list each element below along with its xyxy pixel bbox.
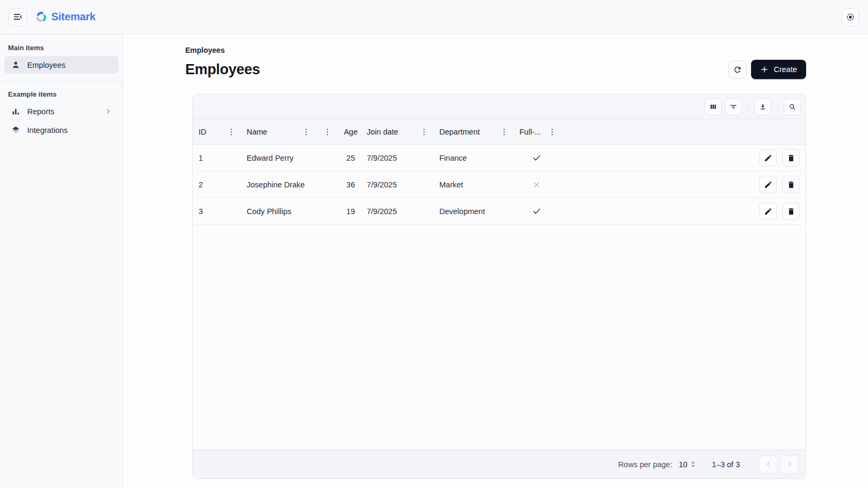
- theme-toggle-button[interactable]: [841, 8, 859, 26]
- cell-join-date: 7/9/2025: [361, 145, 433, 171]
- delete-button[interactable]: [782, 176, 800, 193]
- column-label: ID: [199, 128, 207, 136]
- sidebar-section-title: Example items: [8, 90, 123, 98]
- column-menu-icon[interactable]: ⋮: [225, 127, 238, 137]
- previous-page-button[interactable]: [759, 455, 777, 474]
- grid-empty-area: [193, 225, 806, 450]
- column-label: Department: [439, 128, 480, 136]
- menu-open-icon: [13, 12, 23, 22]
- cell-full-time: [514, 198, 562, 224]
- cell-name: Cody Phillips: [241, 198, 315, 224]
- next-page-button[interactable]: [780, 455, 799, 474]
- columns-button[interactable]: [705, 98, 722, 115]
- column-header-age[interactable]: ⋮ Age: [315, 119, 361, 144]
- cell-department: Finance: [433, 145, 514, 171]
- rows-per-page-value: 10: [678, 460, 687, 469]
- column-header-actions: [796, 119, 806, 144]
- sidebar-item-reports[interactable]: Reports: [4, 103, 119, 120]
- sun-icon: [846, 12, 855, 22]
- columns-icon: [709, 103, 717, 111]
- sidebar-item-employees[interactable]: Employees: [4, 56, 119, 74]
- edit-button[interactable]: [759, 176, 777, 193]
- cell-actions: [753, 198, 806, 224]
- close-icon: [532, 180, 541, 190]
- search-button[interactable]: [784, 98, 801, 115]
- column-header-full-time[interactable]: Full-... ⋮: [514, 119, 562, 144]
- create-button-label: Create: [774, 65, 797, 74]
- cell-name: Edward Perry: [241, 145, 315, 171]
- column-label: Age: [344, 128, 358, 136]
- cell-age: 19: [315, 198, 361, 224]
- table-row: 1 Edward Perry 25 7/9/2025 Finance: [193, 145, 806, 171]
- cell-full-time: [514, 145, 562, 171]
- export-button[interactable]: [754, 98, 771, 115]
- delete-button[interactable]: [782, 149, 800, 167]
- sidebar-item-integrations[interactable]: Integrations: [4, 121, 119, 139]
- column-menu-icon[interactable]: ⋮: [300, 127, 312, 137]
- search-icon: [788, 103, 796, 111]
- column-label: Join date: [367, 128, 398, 136]
- unfold-more-icon: [689, 460, 697, 468]
- refresh-button[interactable]: [728, 60, 746, 78]
- pagination-range: 1–3 of 3: [712, 460, 740, 469]
- toolbar-divider: [777, 102, 778, 112]
- menu-toggle-button[interactable]: [9, 8, 27, 26]
- rows-per-page-select[interactable]: 10: [678, 460, 697, 469]
- column-header-department[interactable]: Department ⋮: [433, 119, 514, 144]
- pencil-icon: [764, 180, 772, 189]
- column-header-id[interactable]: ID ⋮: [193, 119, 241, 144]
- table-row: 2 Josephine Drake 36 7/9/2025 Market: [193, 171, 806, 198]
- trash-icon: [787, 154, 795, 162]
- column-header-join-date[interactable]: Join date ⋮: [361, 119, 433, 144]
- column-header-name[interactable]: Name ⋮: [241, 119, 315, 144]
- chevron-right-icon: [786, 460, 794, 468]
- topbar: Sitemark: [0, 0, 868, 34]
- grid-footer: Rows per page: 10 1–3 of 3: [193, 450, 806, 478]
- cell-id: 1: [193, 145, 241, 171]
- trash-icon: [787, 207, 795, 216]
- grid-rows: 1 Edward Perry 25 7/9/2025 Finance: [193, 145, 806, 225]
- pencil-icon: [764, 207, 772, 216]
- sidebar-item-label: Integrations: [27, 126, 68, 135]
- cell-id: 3: [193, 198, 241, 224]
- person-icon: [11, 60, 21, 70]
- column-menu-icon[interactable]: ⋮: [418, 127, 430, 137]
- column-menu-icon[interactable]: ⋮: [321, 127, 334, 137]
- check-icon: [532, 206, 542, 216]
- cell-spacer: [562, 198, 753, 224]
- plus-icon: [760, 65, 769, 74]
- sidebar-section-title: Main items: [8, 44, 123, 52]
- page-title: Employees: [185, 61, 260, 78]
- layers-icon: [11, 125, 21, 135]
- column-menu-icon[interactable]: ⋮: [498, 127, 510, 137]
- cell-spacer: [562, 171, 753, 198]
- brand-logo[interactable]: Sitemark: [35, 11, 96, 23]
- sidebar-item-label: Employees: [27, 61, 66, 69]
- check-icon: [532, 153, 542, 163]
- cell-actions: [753, 171, 806, 198]
- sidebar-item-label: Reports: [27, 107, 54, 116]
- cell-actions: [753, 145, 806, 171]
- sidebar: Main items Employees Example items Repor…: [0, 34, 123, 487]
- chevron-right-icon: [104, 107, 112, 115]
- pencil-icon: [764, 154, 772, 162]
- create-button[interactable]: Create: [751, 60, 806, 79]
- sitemark-logo-icon: [35, 11, 47, 23]
- chevron-left-icon: [764, 460, 772, 468]
- cell-id: 2: [193, 171, 241, 198]
- column-label: Name: [247, 128, 267, 136]
- delete-button[interactable]: [782, 202, 800, 220]
- cell-join-date: 7/9/2025: [361, 198, 433, 224]
- brand-name: Sitemark: [51, 11, 96, 23]
- edit-button[interactable]: [759, 149, 777, 167]
- toolbar-divider: [748, 102, 748, 112]
- edit-button[interactable]: [759, 202, 777, 220]
- grid-header-row: ID ⋮ Name ⋮ ⋮ Age Join date ⋮: [193, 119, 806, 145]
- grid-toolbar: [193, 95, 806, 119]
- column-header-spacer: [562, 119, 796, 144]
- data-grid: ID ⋮ Name ⋮ ⋮ Age Join date ⋮: [192, 94, 806, 479]
- column-menu-icon[interactable]: ⋮: [546, 127, 558, 137]
- cell-join-date: 7/9/2025: [361, 171, 433, 198]
- rows-per-page-label: Rows per page:: [618, 460, 673, 469]
- filter-button[interactable]: [725, 98, 742, 115]
